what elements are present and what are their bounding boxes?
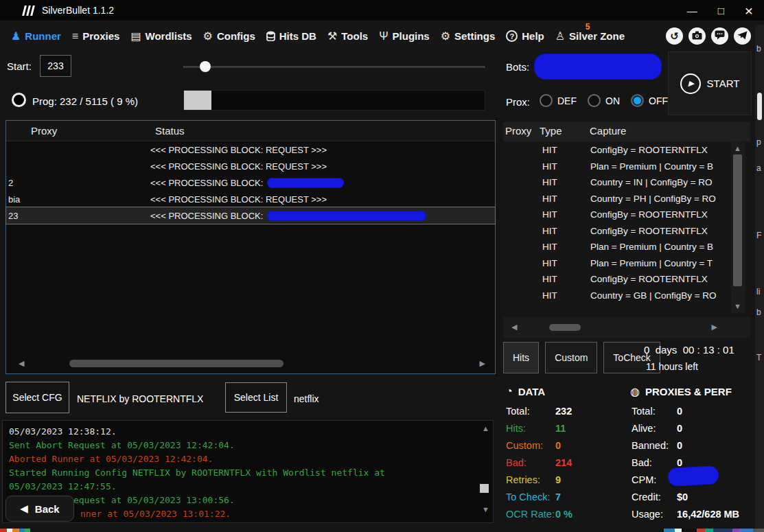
- table-row[interactable]: bia <<< PROCESSING BLOCK: REQUEST >>>: [6, 191, 495, 207]
- table-row[interactable]: <<< PROCESSING BLOCK: REQUEST >>>: [6, 158, 495, 174]
- select-list-button[interactable]: Select List: [225, 382, 287, 413]
- nav-help[interactable]: ? Help: [506, 30, 544, 42]
- horizontal-scrollbar[interactable]: ◀ ▶: [503, 317, 750, 338]
- nav-plugins[interactable]: Ψ Plugins: [379, 30, 430, 42]
- prox-label: Prox:: [506, 96, 530, 108]
- nav-configs-label: Configs: [217, 30, 255, 42]
- plug-icon: Ψ: [379, 31, 388, 42]
- start-input[interactable]: [40, 55, 71, 77]
- close-button[interactable]: ×: [745, 3, 753, 18]
- stat-bad: Bad:214: [506, 454, 572, 471]
- hit-row[interactable]: HITConfigBy = ROOTERNTFLX: [503, 142, 728, 159]
- column-header-capture[interactable]: Capture: [590, 125, 626, 137]
- proxies-icon: ≡: [72, 31, 78, 42]
- selected-wordlist-name: netflix: [294, 393, 319, 404]
- hit-row[interactable]: HITConfigBy = ROOTERNTFLX: [503, 271, 728, 288]
- nav-wordlists[interactable]: ▤ Wordlists: [130, 30, 192, 42]
- hit-row[interactable]: HITConfigBy = ROOTERNTFLX: [503, 207, 728, 223]
- horizontal-scrollbar[interactable]: ◀ ▶: [6, 356, 495, 371]
- scroll-up-icon[interactable]: ▲: [734, 145, 741, 152]
- background-scrollbar[interactable]: [757, 93, 762, 120]
- log-scroll-up-icon[interactable]: ▲: [482, 425, 489, 432]
- log-line: Started Running Config NETFLIX by ROOTER…: [9, 466, 487, 480]
- nav-silver-zone[interactable]: 5 ♙ Silver Zone: [555, 30, 625, 42]
- scroll-left-icon[interactable]: ◀: [19, 360, 24, 367]
- telegram-button[interactable]: [734, 27, 751, 45]
- bots-slider-thumb[interactable]: [200, 61, 211, 72]
- scroll-down-icon[interactable]: ▼: [734, 303, 741, 310]
- back-button[interactable]: ◀ Back: [5, 496, 74, 522]
- nav-hits-db[interactable]: Hits DB: [266, 30, 316, 42]
- hit-row[interactable]: HITCountry = PH | ConfigBy = RO: [503, 191, 728, 207]
- edge-text: p: [756, 137, 761, 147]
- hit-row[interactable]: HITPlan = Premium | Country = B: [503, 239, 728, 255]
- bots-value-redaction: [534, 54, 662, 80]
- nav-hits-db-label: Hits DB: [279, 30, 316, 42]
- cell-capture: ConfigBy = ROOTERNTFLX: [590, 274, 708, 284]
- nav-proxies[interactable]: ≡ Proxies: [72, 30, 120, 42]
- table-row-selected[interactable]: 23 <<< PROCESSING BLOCK:: [6, 207, 495, 224]
- tab-custom[interactable]: Custom: [545, 342, 597, 373]
- cell-capture: Plan = Premium | Country = T: [590, 258, 713, 268]
- prox-def-radio[interactable]: [540, 94, 553, 107]
- scroll-right-icon[interactable]: ▶: [480, 360, 485, 367]
- runner-status-table: Proxy Status <<< PROCESSING BLOCK: REQUE…: [5, 120, 496, 374]
- hscroll-thumb[interactable]: [549, 324, 581, 331]
- nav-settings[interactable]: ⚙ Settings: [441, 30, 496, 42]
- cell-capture: Plan = Premium | Country = B: [590, 161, 713, 172]
- log-line: 05/03/2023 12:38:12.: [9, 425, 487, 439]
- vscroll-thumb[interactable]: [733, 154, 742, 286]
- prox-on-radio[interactable]: [588, 94, 601, 107]
- column-header-status[interactable]: Status: [155, 125, 185, 137]
- silver-zone-badge: 5: [586, 22, 590, 32]
- hit-row[interactable]: HITConfigBy = ROOTERNTFLX: [503, 223, 728, 240]
- table-row[interactable]: 2 <<< PROCESSING BLOCK:: [6, 174, 495, 191]
- hit-row[interactable]: HITPlan = Premium | Country = T: [503, 255, 728, 272]
- bots-slider-track: [183, 66, 485, 68]
- screenshot-button[interactable]: [688, 27, 706, 45]
- start-button[interactable]: ▶ START: [668, 51, 752, 115]
- cell-proxy: 2: [6, 178, 150, 188]
- log-line: nner at 05/03/2023 13:01:22.: [80, 507, 487, 521]
- tab-hits[interactable]: Hits: [503, 342, 539, 373]
- nav-runner[interactable]: ♟ Runner: [11, 30, 61, 42]
- main-nav: ♟ Runner ≡ Proxies ▤ Wordlists ⚙ Configs…: [0, 21, 755, 51]
- progress-ring-icon: [12, 93, 26, 107]
- cell-type: HIT: [542, 161, 590, 172]
- stat-proxy-total: Total:0: [632, 402, 739, 419]
- camera-icon: [692, 30, 702, 42]
- tools-icon: ⚒: [327, 31, 337, 42]
- select-cfg-button[interactable]: Select CFG: [5, 382, 69, 413]
- history-button[interactable]: ↺: [666, 27, 683, 45]
- status-redaction: [267, 211, 426, 221]
- hit-row[interactable]: HITPlan = Premium | Country = B: [503, 159, 728, 175]
- cell-type: HIT: [542, 177, 590, 187]
- nav-configs[interactable]: ⚙ Configs: [203, 30, 255, 42]
- log-scroll-down-icon[interactable]: ▼: [482, 506, 489, 513]
- edge-text: b: [756, 308, 761, 317]
- vertical-scrollbar[interactable]: ▲ ▼: [731, 142, 745, 313]
- table-row[interactable]: <<< PROCESSING BLOCK: REQUEST >>>: [6, 141, 495, 158]
- hit-row[interactable]: HITCountry = GB | ConfigBy = RO: [503, 288, 728, 304]
- proxies-section-title: ◍ PROXIES & PERF: [630, 385, 732, 398]
- bots-slider[interactable]: [183, 61, 485, 72]
- hscroll-thumb[interactable]: [69, 360, 283, 367]
- cell-status: <<< PROCESSING BLOCK: REQUEST >>>: [150, 161, 327, 172]
- runner-log[interactable]: 05/03/2023 12:38:12. Sent Abort Request …: [2, 420, 494, 523]
- prox-off-radio[interactable]: [631, 94, 644, 107]
- scroll-left-icon[interactable]: ◀: [511, 323, 517, 331]
- data-title-label: DATA: [518, 386, 545, 397]
- titlebar: SilverBullet 1.1.2 — □ ×: [0, 0, 764, 21]
- minimize-button[interactable]: —: [687, 5, 697, 16]
- column-header-proxy[interactable]: Proxy: [505, 125, 531, 137]
- chat-button[interactable]: [711, 27, 728, 45]
- nav-tools[interactable]: ⚒ Tools: [327, 30, 368, 42]
- column-header-type[interactable]: Type: [540, 125, 562, 137]
- log-scroll-thumb[interactable]: [480, 484, 489, 493]
- silverbullet-window: SilverBullet 1.1.2 — □ × ♟ Runner ≡ Prox…: [0, 0, 764, 532]
- hit-row[interactable]: HITCountry = IN | ConfigBy = RO: [503, 174, 728, 191]
- scroll-right-icon[interactable]: ▶: [712, 323, 717, 331]
- column-header-proxy[interactable]: Proxy: [31, 125, 57, 137]
- start-button-label: START: [707, 78, 740, 89]
- maximize-button[interactable]: □: [718, 5, 724, 16]
